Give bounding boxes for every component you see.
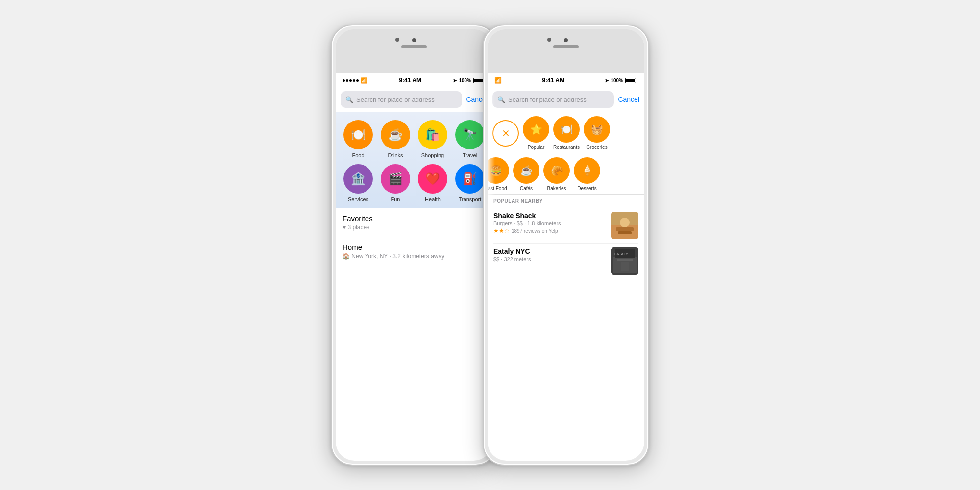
list-section-1: Favorites ♥ 3 places Home 🏠 New York, NY… [336, 208, 492, 266]
status-left-1: 📶 [343, 77, 368, 84]
phone2-front-camera [547, 38, 551, 42]
subcat-row-1: ✕ ⭐ Popular 🍽️ Restaurants 🧺 Groceries [488, 112, 644, 153]
subcat-restaurants[interactable]: 🍽️ Restaurants [553, 116, 580, 150]
status-bar-1: 📶 9:41 AM ➤ 100% [336, 74, 492, 87]
subcat-bakeries-circle: 🥐 [543, 157, 570, 184]
place-eataly-name: Eataly NYC [493, 247, 607, 255]
phone2-volume-down-btn[interactable] [483, 148, 484, 168]
search-icon-2: 🔍 [497, 96, 505, 103]
search-icon-1: 🔍 [345, 96, 353, 103]
favorites-title: Favorites [343, 214, 486, 222]
subcat-cafes-label: Cafés [520, 186, 533, 191]
search-bar-row-1: 🔍 Search for place or address Cancel [336, 87, 492, 112]
subcat-groceries-label: Groceries [586, 145, 607, 150]
place-eataly-thumb: EATALY [611, 247, 638, 275]
volume-up-btn[interactable] [331, 123, 332, 143]
subcat-cafes[interactable]: ☕ Cafés [513, 157, 539, 191]
place-shake-shack-thumb [611, 212, 638, 239]
subcat-bakeries-label: Bakeries [547, 186, 566, 191]
cat-travel-circle: 🔭 [455, 120, 485, 149]
phones-container: 📶 9:41 AM ➤ 100% [331, 24, 649, 466]
place-eataly-info: Eataly NYC $$ · 322 meters [493, 247, 607, 262]
svg-rect-8 [617, 259, 633, 261]
subcat-restaurants-label: Restaurants [553, 145, 580, 150]
cat-health[interactable]: ❤️ Health [416, 164, 449, 202]
cat-fun[interactable]: 🎬 Fun [379, 164, 412, 202]
svg-point-2 [620, 218, 630, 227]
phone-1-inner: 📶 9:41 AM ➤ 100% [336, 29, 492, 461]
phone2-camera [564, 38, 568, 42]
phone2-speaker [553, 45, 579, 48]
cat-transport-circle: ⛽ [455, 164, 485, 194]
place-eataly[interactable]: Eataly NYC $$ · 322 meters EATALY [493, 244, 638, 279]
phone-2-inner: 📶 9:41 AM ➤ 100% [488, 29, 644, 461]
cat-drinks[interactable]: ☕ Drinks [379, 120, 412, 158]
battery-icon-2 [625, 78, 637, 83]
cat-food[interactable]: 🍽️ Food [342, 120, 375, 158]
search-bar-1[interactable]: 🔍 Search for place or address [341, 91, 462, 108]
subcat-popular-circle: ⭐ [523, 116, 549, 143]
subcat-restaurants-circle: 🍽️ [553, 116, 580, 143]
cat-travel[interactable]: 🔭 Travel [453, 120, 487, 158]
favorites-item[interactable]: Favorites ♥ 3 places [336, 208, 492, 237]
place-shake-shack-reviews: 1897 reviews on Yelp [512, 228, 558, 234]
cat-health-label: Health [425, 196, 441, 202]
phone-1-screen: 📶 9:41 AM ➤ 100% [336, 74, 492, 461]
phone2-volume-up-btn[interactable] [483, 123, 484, 143]
subcat-fastfood-label: Fast Food [488, 186, 507, 191]
popular-header: POPULAR NEARBY [493, 198, 638, 204]
phone2-power-btn[interactable] [648, 138, 649, 172]
subcat-desserts[interactable]: 🍦 Desserts [574, 157, 600, 191]
cat-shopping-circle: 🛍️ [418, 120, 447, 149]
cat-shopping-label: Shopping [421, 152, 444, 158]
subcat-desserts-label: Desserts [577, 186, 596, 191]
search-bar-row-2: 🔍 Search for place or address Cancel [488, 87, 644, 112]
cat-food-circle: 🍽️ [343, 120, 373, 149]
battery-percent-2: 100% [611, 78, 623, 83]
search-placeholder-2: Search for place or address [508, 96, 587, 103]
subcat-cafes-circle: ☕ [513, 157, 539, 184]
search-placeholder-1: Search for place or address [356, 96, 435, 103]
front-camera [395, 38, 399, 42]
speaker [401, 45, 427, 48]
location-icon: ➤ [453, 78, 457, 83]
subcat-groceries-circle: 🧺 [584, 116, 610, 143]
camera [412, 38, 416, 42]
subcat-groceries[interactable]: 🧺 Groceries [584, 116, 610, 150]
popular-section: POPULAR NEARBY Shake Shack Burgers · $$ … [488, 195, 644, 281]
cancel-button-2[interactable]: Cancel [618, 96, 639, 103]
cat-fun-label: Fun [391, 196, 400, 202]
battery-percent-1: 100% [459, 78, 471, 83]
cat-drinks-label: Drinks [388, 152, 403, 158]
cat-transport-label: Transport [459, 196, 482, 202]
location-icon-2: ➤ [605, 78, 609, 83]
home-item[interactable]: Home 🏠 New York, NY · 3.2 kilometers awa… [336, 237, 492, 266]
clear-button[interactable]: ✕ [492, 120, 519, 147]
search-bar-2[interactable]: 🔍 Search for place or address [492, 91, 614, 108]
status-bar-2: 📶 9:41 AM ➤ 100% [488, 74, 644, 87]
svg-rect-9 [621, 262, 629, 271]
svg-rect-4 [618, 231, 632, 234]
favorites-sub: ♥ 3 places [343, 224, 486, 231]
status-left-2: 📶 [494, 77, 502, 84]
cat-travel-label: Travel [463, 152, 477, 158]
subcat-popular[interactable]: ⭐ Popular [523, 116, 549, 150]
cat-drinks-circle: ☕ [381, 120, 410, 149]
home-sub: 🏠 New York, NY · 3.2 kilometers away [343, 253, 486, 260]
phone-2-screen: 📶 9:41 AM ➤ 100% [488, 74, 644, 461]
subcat-row-2: 🍔 Fast Food ☕ Cafés 🥐 Bakeries 🍦 Dessert… [488, 153, 644, 195]
svg-rect-3 [616, 227, 634, 231]
cat-services-circle: 🏦 [343, 164, 373, 194]
place-shake-shack-stars: ★★☆ [493, 227, 510, 234]
cat-services[interactable]: 🏦 Services [342, 164, 375, 202]
svg-text:EATALY: EATALY [614, 252, 629, 256]
cat-health-circle: ❤️ [418, 164, 447, 194]
cat-shopping[interactable]: 🛍️ Shopping [416, 120, 449, 158]
subcat-bakeries[interactable]: 🥐 Bakeries [543, 157, 570, 191]
status-time-1: 9:41 AM [399, 77, 421, 84]
volume-down-btn[interactable] [331, 148, 332, 168]
subcat-fastfood[interactable]: 🍔 Fast Food [488, 157, 509, 191]
cat-transport[interactable]: ⛽ Transport [453, 164, 487, 202]
place-shake-shack[interactable]: Shake Shack Burgers · $$ · 1.8 kilometer… [493, 208, 638, 244]
status-time-2: 9:41 AM [542, 77, 564, 84]
